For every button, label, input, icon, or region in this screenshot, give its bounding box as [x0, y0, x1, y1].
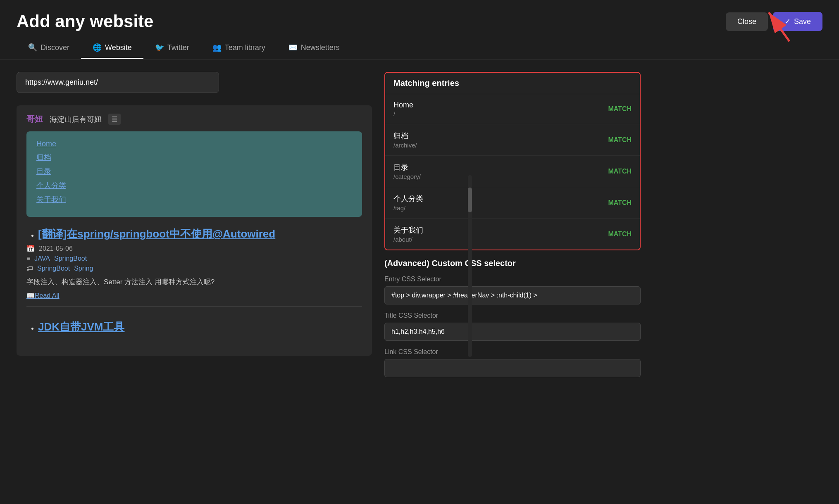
- link-css-label: Link CSS Selector: [384, 348, 641, 356]
- article-desc-1: 字段注入、构造器注入、Setter 方法注入 用哪种方式注入呢?: [26, 277, 362, 287]
- main-content: 哥妞 海淀山后有哥妞 ☰ Home 归档 目录 个人分类 关于我们 [翻: [0, 72, 839, 385]
- page-header: Add any website Close ✓ Save: [0, 0, 839, 38]
- entry-info-3: 个人分类 /tag/: [393, 194, 423, 212]
- entry-info-4: 关于我们 /about/: [393, 225, 423, 243]
- entry-css-group: Entry CSS Selector: [384, 276, 641, 304]
- article-category-2: SpringBoot: [54, 255, 87, 262]
- category-icon: ≡: [26, 255, 30, 262]
- article-tag-1: SpringBoot: [37, 265, 70, 272]
- meta-tag-row: 🏷 SpringBoot Spring: [26, 265, 362, 272]
- advanced-section: (Advanced) Custom CSS selector Entry CSS…: [384, 259, 641, 377]
- nav-link-about[interactable]: 关于我们: [36, 195, 66, 204]
- entry-name-2: 目录: [393, 162, 421, 172]
- matching-entry-0: Home / MATCH: [385, 94, 640, 124]
- matching-entry-1: 归档 /archive/ MATCH: [385, 124, 640, 156]
- match-badge-1: MATCH: [608, 136, 632, 144]
- entry-info-1: 归档 /archive/: [393, 131, 417, 149]
- nav-links-list: Home 归档 目录 个人分类 关于我们: [26, 131, 362, 217]
- match-badge-2: MATCH: [608, 168, 632, 175]
- tab-team-library[interactable]: 👥 Team library: [201, 38, 277, 59]
- list-item: 目录: [36, 166, 352, 176]
- link-css-input[interactable]: [384, 359, 641, 377]
- entry-path-3: /tag/: [393, 204, 423, 212]
- matching-entries-title: Matching entries: [393, 78, 459, 88]
- tab-website[interactable]: 🌐 Website: [81, 38, 143, 59]
- team-icon: 👥: [212, 43, 222, 52]
- article-meta-1: 📅 2021-05-06 ≡ JAVA SpringBoot 🏷 SpringB…: [26, 245, 362, 272]
- article-title-1[interactable]: [翻译]在spring/springboot中不使用@Autowired: [38, 228, 275, 240]
- meta-date-row: 📅 2021-05-06: [26, 245, 362, 252]
- list-item: 归档: [36, 152, 352, 162]
- preview-header: 哥妞 海淀山后有哥妞 ☰: [26, 114, 362, 125]
- article-divider: [26, 306, 362, 307]
- matching-entries-header: Matching entries: [385, 73, 640, 94]
- header-buttons: Close ✓ Save: [726, 12, 822, 31]
- twitter-icon: 🐦: [155, 43, 164, 52]
- tab-discover[interactable]: 🔍 Discover: [17, 38, 81, 59]
- save-button[interactable]: ✓ Save: [773, 12, 822, 31]
- close-button[interactable]: Close: [726, 12, 768, 31]
- article-title-2[interactable]: JDK自带JVM工具: [38, 321, 124, 333]
- right-panel: Matching entries Home / MATCH 归档 /archiv…: [384, 72, 641, 385]
- menu-icon-button[interactable]: ☰: [108, 114, 121, 125]
- scrollbar-thumb[interactable]: [468, 188, 472, 212]
- nav-link-home[interactable]: Home: [36, 140, 56, 148]
- article-list: [翻译]在spring/springboot中不使用@Autowired: [26, 227, 362, 241]
- advanced-title: (Advanced) Custom CSS selector: [384, 259, 641, 268]
- match-badge-3: MATCH: [608, 199, 632, 207]
- match-badge-4: MATCH: [608, 231, 632, 238]
- article-category-1: JAVA: [34, 255, 50, 262]
- matching-entry-3: 个人分类 /tag/ MATCH: [385, 187, 640, 219]
- entry-path-0: /: [393, 110, 413, 117]
- mail-icon: ✉️: [288, 43, 298, 52]
- link-css-group: Link CSS Selector: [384, 348, 641, 377]
- entry-name-4: 关于我们: [393, 225, 423, 235]
- matching-entry-4: 关于我们 /about/ MATCH: [385, 219, 640, 250]
- entry-name-0: Home: [393, 101, 413, 109]
- tag-icon: 🏷: [26, 265, 33, 272]
- nav-tabs: 🔍 Discover 🌐 Website 🐦 Twitter 👥 Team li…: [0, 38, 839, 59]
- website-preview: 哥妞 海淀山后有哥妞 ☰ Home 归档 目录 个人分类 关于我们 [翻: [17, 105, 372, 356]
- entry-path-2: /category/: [393, 173, 421, 180]
- entry-name-3: 个人分类: [393, 194, 423, 204]
- tab-twitter[interactable]: 🐦 Twitter: [143, 38, 201, 59]
- url-input[interactable]: [17, 72, 219, 93]
- left-panel: 哥妞 海淀山后有哥妞 ☰ Home 归档 目录 个人分类 关于我们 [翻: [17, 72, 384, 385]
- list-item: 个人分类: [36, 181, 352, 190]
- article-date-1: 2021-05-06: [39, 245, 73, 252]
- checkmark-icon: ✓: [784, 17, 791, 26]
- site-title: 哥妞: [26, 114, 43, 125]
- title-css-group: Title CSS Selector: [384, 312, 641, 341]
- calendar-icon: 📅: [26, 245, 35, 252]
- scrollbar-track[interactable]: [468, 175, 472, 357]
- meta-category-row: ≡ JAVA SpringBoot: [26, 255, 362, 262]
- article-tag-2: Spring: [74, 265, 93, 272]
- title-css-label: Title CSS Selector: [384, 312, 641, 319]
- url-input-wrapper: [17, 72, 372, 93]
- match-badge-0: MATCH: [608, 105, 632, 113]
- nav-link-category[interactable]: 目录: [36, 167, 51, 176]
- globe-icon: 🌐: [93, 43, 102, 52]
- site-subtitle: 海淀山后有哥妞: [50, 114, 102, 124]
- article-item-2: JDK自带JVM工具: [26, 320, 362, 334]
- tab-newsletters[interactable]: ✉️ Newsletters: [277, 38, 351, 59]
- article-list-2: JDK自带JVM工具: [26, 320, 362, 334]
- list-item: 关于我们: [36, 195, 352, 204]
- list-item: Home: [36, 140, 352, 148]
- entry-info-0: Home /: [393, 101, 413, 117]
- matching-entries-box: Matching entries Home / MATCH 归档 /archiv…: [384, 72, 641, 250]
- title-css-input[interactable]: [384, 323, 641, 341]
- read-all-link-1[interactable]: 📖Read All: [26, 292, 60, 300]
- list-item: [翻译]在spring/springboot中不使用@Autowired: [38, 227, 362, 241]
- page-title: Add any website: [17, 12, 153, 31]
- nav-link-archive[interactable]: 归档: [36, 153, 51, 162]
- list-item: JDK自带JVM工具: [38, 320, 362, 334]
- entry-css-input[interactable]: [384, 286, 641, 304]
- search-icon: 🔍: [28, 43, 37, 52]
- entry-path-1: /archive/: [393, 142, 417, 149]
- nav-link-tag[interactable]: 个人分类: [36, 181, 66, 190]
- entry-name-1: 归档: [393, 131, 417, 141]
- article-item-1: [翻译]在spring/springboot中不使用@Autowired 📅 2…: [26, 227, 362, 307]
- entry-css-label: Entry CSS Selector: [384, 276, 641, 283]
- matching-entry-2: 目录 /category/ MATCH: [385, 156, 640, 187]
